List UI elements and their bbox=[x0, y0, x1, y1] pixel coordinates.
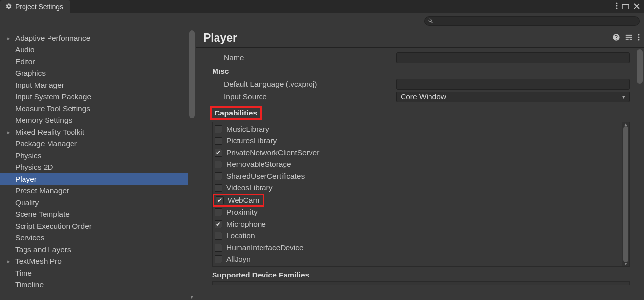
checkbox[interactable] bbox=[215, 244, 222, 252]
checkbox[interactable] bbox=[215, 184, 222, 192]
capability-label: Location bbox=[226, 231, 255, 240]
gear-icon bbox=[5, 3, 12, 11]
svg-rect-4 bbox=[622, 4, 629, 5]
name-label: Name bbox=[200, 53, 396, 62]
close-icon[interactable] bbox=[634, 2, 640, 11]
sidebar-item-label: TextMesh Pro bbox=[15, 257, 62, 266]
settings-sidebar: Adaptive PerformanceAudioEditorGraphicsI… bbox=[0, 29, 196, 300]
capability-videoslibrary[interactable]: VideosLibrary bbox=[213, 182, 622, 194]
capability-privatenetworkclientserver[interactable]: PrivateNetworkClientServer bbox=[213, 147, 622, 159]
supported-device-families-section: Supported Device Families bbox=[200, 267, 632, 281]
capability-alljoyn[interactable]: AllJoyn bbox=[213, 254, 622, 265]
sidebar-item-preset-manager[interactable]: Preset Manager bbox=[0, 185, 188, 197]
sidebar-item-memory-settings[interactable]: Memory Settings bbox=[0, 115, 188, 126]
search-input[interactable] bbox=[424, 16, 640, 26]
settings-main: Player Name Misc Default Language (.vcxp… bbox=[196, 29, 644, 300]
sidebar-item-package-manager[interactable]: Package Manager bbox=[0, 138, 188, 150]
sidebar-item-player[interactable]: Player bbox=[0, 173, 188, 185]
sidebar-item-label: Player bbox=[15, 175, 37, 184]
sidebar-item-label: Services bbox=[15, 233, 44, 242]
sidebar-item-timeline[interactable]: Timeline bbox=[0, 279, 188, 291]
supported-device-families-list[interactable] bbox=[212, 281, 630, 285]
panel-content: Name Misc Default Language (.vcxproj) In… bbox=[196, 48, 636, 300]
sidebar-item-label: Mixed Reality Toolkit bbox=[15, 128, 84, 137]
scroll-down-icon[interactable]: ▼ bbox=[190, 295, 194, 300]
more-vert-icon[interactable] bbox=[616, 2, 618, 11]
capabilities-section: Capabilities bbox=[210, 106, 262, 120]
search-field[interactable] bbox=[424, 16, 640, 26]
capabilities-scrollbar[interactable]: ▲ ▼ bbox=[622, 122, 629, 266]
sidebar-item-label: Timeline bbox=[15, 280, 44, 289]
sidebar-item-script-execution-order[interactable]: Script Execution Order bbox=[0, 220, 188, 232]
sidebar-item-time[interactable]: Time bbox=[0, 267, 188, 279]
capability-sharedusercertificates[interactable]: SharedUserCertificates bbox=[213, 170, 622, 182]
titlebar: Project Settings bbox=[0, 0, 644, 13]
scroll-down-icon[interactable]: ▼ bbox=[623, 262, 628, 266]
checkbox[interactable] bbox=[215, 208, 222, 216]
capability-location[interactable]: Location bbox=[213, 230, 622, 242]
scrollbar-thumb[interactable] bbox=[623, 126, 628, 262]
sidebar-item-label: Scene Template bbox=[15, 210, 70, 219]
default-language-input[interactable] bbox=[396, 79, 630, 90]
capabilities-list: MusicLibraryPicturesLibraryPrivateNetwor… bbox=[212, 122, 630, 267]
name-input[interactable] bbox=[396, 52, 630, 63]
sidebar-item-input-system-package[interactable]: Input System Package bbox=[0, 91, 188, 103]
checkbox[interactable] bbox=[215, 232, 222, 240]
checkbox[interactable] bbox=[215, 161, 222, 168]
sidebar-item-label: Input Manager bbox=[15, 81, 64, 90]
capability-removablestorage[interactable]: RemovableStorage bbox=[213, 159, 622, 170]
content-scrollbar[interactable] bbox=[636, 48, 644, 300]
sidebar-item-physics[interactable]: Physics bbox=[0, 150, 188, 162]
sidebar-item-label: Physics 2D bbox=[15, 163, 53, 172]
help-icon[interactable] bbox=[612, 33, 620, 43]
input-source-dropdown[interactable]: Core Window bbox=[396, 92, 630, 102]
sidebar-item-scene-template[interactable]: Scene Template bbox=[0, 208, 188, 220]
capability-webcam[interactable]: WebCam bbox=[213, 194, 264, 207]
checkbox[interactable] bbox=[215, 125, 222, 133]
checkbox[interactable] bbox=[215, 149, 222, 157]
svg-point-2 bbox=[616, 8, 618, 9]
sidebar-item-audio[interactable]: Audio bbox=[0, 44, 188, 56]
checkbox[interactable] bbox=[215, 255, 222, 263]
sidebar-item-services[interactable]: Services bbox=[0, 232, 188, 244]
scrollbar-thumb[interactable] bbox=[637, 49, 643, 84]
checkbox[interactable] bbox=[216, 196, 224, 204]
capability-proximity[interactable]: Proximity bbox=[213, 207, 622, 218]
capability-label: Microphone bbox=[226, 220, 266, 229]
sidebar-item-quality[interactable]: Quality bbox=[0, 197, 188, 208]
sidebar-item-textmesh-pro[interactable]: TextMesh Pro bbox=[0, 255, 188, 267]
capability-label: SharedUserCertificates bbox=[226, 172, 305, 181]
toolbar bbox=[0, 13, 644, 29]
sidebar-item-tags-and-layers[interactable]: Tags and Layers bbox=[0, 244, 188, 255]
name-row: Name bbox=[200, 51, 632, 64]
sidebar-item-measure-tool-settings[interactable]: Measure Tool Settings bbox=[0, 103, 188, 115]
sidebar-item-mixed-reality-toolkit[interactable]: Mixed Reality Toolkit bbox=[0, 126, 188, 138]
presets-icon[interactable] bbox=[625, 33, 633, 43]
maximize-icon[interactable] bbox=[622, 2, 629, 11]
checkbox[interactable] bbox=[215, 172, 222, 180]
input-source-label: Input Source bbox=[200, 92, 396, 101]
svg-point-6 bbox=[638, 36, 640, 38]
more-vert-icon[interactable] bbox=[638, 34, 640, 43]
svg-point-5 bbox=[638, 34, 640, 35]
capability-label: MusicLibrary bbox=[226, 125, 269, 134]
sidebar-item-graphics[interactable]: Graphics bbox=[0, 68, 188, 79]
sidebar-scrollbar[interactable]: ▲ ▼ bbox=[188, 29, 196, 300]
sidebar-item-physics-2d[interactable]: Physics 2D bbox=[0, 162, 188, 173]
sidebar-item-label: Time bbox=[15, 269, 32, 277]
checkbox[interactable] bbox=[215, 137, 222, 145]
sidebar-item-input-manager[interactable]: Input Manager bbox=[0, 79, 188, 91]
capability-label: Proximity bbox=[226, 208, 258, 217]
capability-pictureslibrary[interactable]: PicturesLibrary bbox=[213, 135, 622, 147]
sidebar-item-editor[interactable]: Editor bbox=[0, 56, 188, 68]
scrollbar-thumb[interactable] bbox=[189, 30, 195, 118]
capability-microphone[interactable]: Microphone bbox=[213, 218, 622, 230]
capability-label: RemovableStorage bbox=[226, 160, 291, 169]
sidebar-item-adaptive-performance[interactable]: Adaptive Performance bbox=[0, 32, 188, 44]
checkbox[interactable] bbox=[215, 220, 222, 228]
capability-musiclibrary[interactable]: MusicLibrary bbox=[213, 123, 622, 135]
window-tab[interactable]: Project Settings bbox=[0, 0, 70, 13]
capability-label: WebCam bbox=[228, 196, 259, 205]
capability-humaninterfacedevice[interactable]: HumanInterfaceDevice bbox=[213, 242, 622, 254]
sidebar-item-label: Input System Package bbox=[15, 92, 91, 101]
